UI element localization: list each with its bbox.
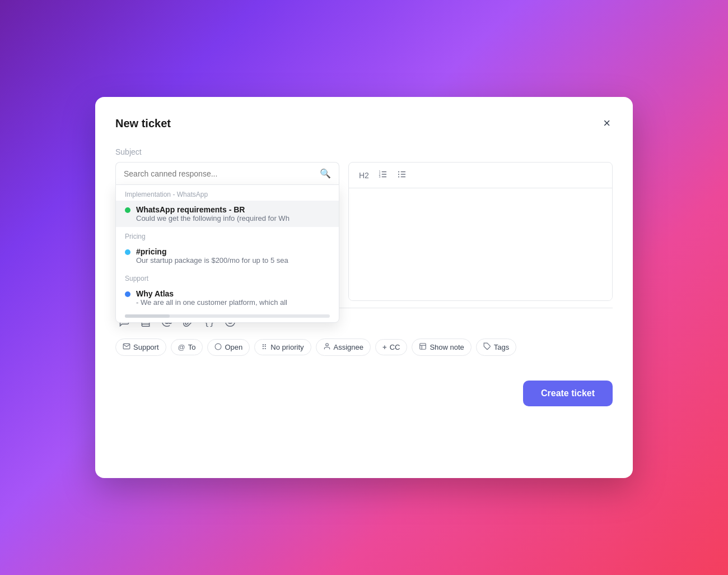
search-input-wrapper: 🔍 [115, 162, 339, 184]
editor-toolbar: H2 1 2 3 [349, 163, 612, 188]
scrollbar-thumb[interactable] [125, 314, 170, 318]
assignee-chip-label: Assignee [334, 343, 363, 351]
open-icon [214, 343, 222, 352]
svg-point-11 [398, 176, 399, 177]
unordered-list-icon [397, 169, 407, 181]
unordered-list-button[interactable] [394, 167, 410, 183]
assignee-chip[interactable]: Assignee [316, 338, 371, 356]
group-label-support: Support [116, 269, 339, 285]
right-column: H2 1 2 3 [348, 162, 613, 301]
h2-label: H2 [359, 171, 369, 180]
svg-rect-19 [420, 344, 426, 350]
bottom-chips-row: Support @ To Open ⠿ No priority As [115, 338, 613, 356]
to-chip[interactable]: @ To [171, 339, 203, 355]
scrollbar-track [125, 314, 330, 318]
modal-title: New ticket [115, 117, 171, 130]
svg-point-10 [398, 174, 399, 175]
cc-chip-label: CC [390, 343, 400, 351]
support-icon [123, 342, 130, 352]
show-note-chip-label: Show note [430, 343, 464, 351]
content-layout: 🔍 Implementation - WhatsApp WhatsApp req… [115, 162, 613, 301]
modal-header: New ticket × [115, 115, 613, 132]
canned-response-list: Implementation - WhatsApp WhatsApp requi… [115, 184, 339, 323]
list-item[interactable]: WhatsApp requirements - BR Could we get … [116, 201, 339, 227]
h2-button[interactable]: H2 [356, 169, 372, 182]
status-dot-green [125, 207, 130, 213]
tags-icon [483, 342, 491, 352]
modal-footer: Create ticket [115, 372, 613, 406]
cc-icon: + [382, 343, 387, 351]
search-input[interactable] [124, 169, 315, 178]
new-ticket-modal: New ticket × Subject 🔍 Implementation - … [95, 97, 633, 478]
editor-content[interactable] [349, 188, 612, 300]
support-chip-label: Support [133, 343, 159, 351]
group-label-implementation: Implementation - WhatsApp [116, 185, 339, 201]
support-chip[interactable]: Support [115, 338, 166, 356]
svg-text:3: 3 [379, 175, 380, 178]
item-preview: Could we get the following info (require… [136, 214, 290, 222]
cc-chip[interactable]: + CC [375, 339, 407, 355]
close-button[interactable]: × [601, 115, 613, 132]
item-title: Why Atlas [136, 289, 287, 298]
priority-icon: ⠿ [262, 343, 268, 351]
list-item[interactable]: #pricing Our startup package is $200/mo … [116, 243, 339, 269]
svg-point-17 [216, 344, 222, 350]
item-title: #pricing [136, 247, 288, 256]
item-preview: - We are all in one customer platform, w… [136, 298, 287, 307]
canned-response-dropdown: 🔍 Implementation - WhatsApp WhatsApp req… [115, 162, 339, 184]
search-icon: 🔍 [320, 168, 331, 179]
priority-chip-label: No priority [270, 343, 304, 351]
show-note-chip[interactable]: Show note [412, 338, 471, 356]
status-dot-blue [125, 291, 130, 297]
item-title: WhatsApp requirements - BR [136, 205, 290, 214]
svg-point-9 [398, 171, 399, 172]
tags-chip-label: Tags [494, 343, 509, 351]
item-preview: Our startup package is $200/mo for up to… [136, 256, 288, 265]
tags-chip[interactable]: Tags [476, 338, 516, 356]
show-note-icon [419, 342, 427, 352]
status-dot-light-blue [125, 249, 130, 255]
create-ticket-button[interactable]: Create ticket [523, 381, 613, 406]
to-chip-label: To [188, 343, 196, 351]
ordered-list-icon: 1 2 3 [378, 169, 388, 181]
group-label-pricing: Pricing [116, 227, 339, 243]
ordered-list-button[interactable]: 1 2 3 [375, 167, 391, 183]
list-item[interactable]: Why Atlas - We are all in one customer p… [116, 285, 339, 311]
assignee-icon [323, 342, 331, 352]
open-chip[interactable]: Open [207, 339, 250, 356]
subject-label: Subject [115, 147, 613, 156]
priority-chip[interactable]: ⠿ No priority [254, 339, 311, 355]
left-column: 🔍 Implementation - WhatsApp WhatsApp req… [115, 162, 339, 184]
to-icon: @ [178, 343, 185, 351]
modal-overlay: New ticket × Subject 🔍 Implementation - … [0, 0, 728, 575]
open-chip-label: Open [225, 343, 242, 351]
svg-point-18 [325, 344, 328, 346]
